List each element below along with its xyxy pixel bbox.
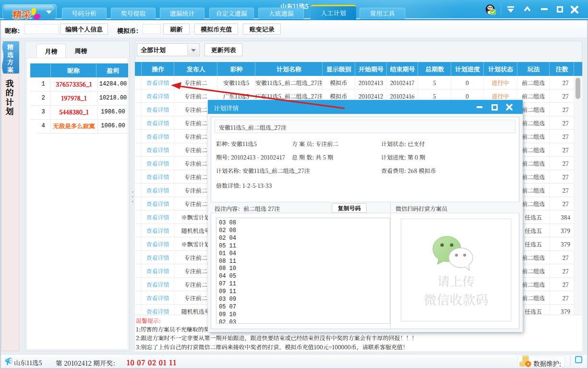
svg-text:精采: 精采: [12, 8, 32, 21]
